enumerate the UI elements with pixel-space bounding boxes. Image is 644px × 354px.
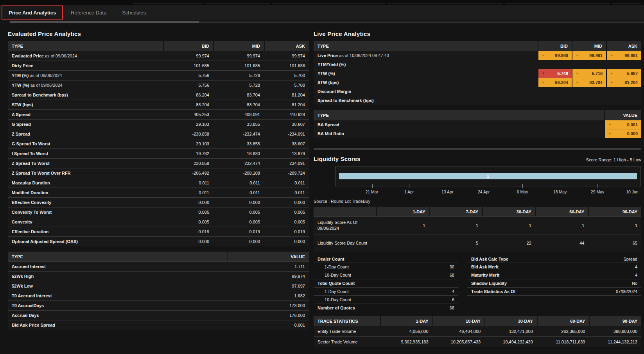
table-header: 1-DAY7-DAY30-DAY60-DAY90-DAY [314, 207, 641, 216]
row-label: STW (bps) [314, 80, 538, 85]
table-row: YTW (%) as of 09/06/20245.7565.7285.700 [8, 80, 309, 90]
column-header: 60-DAY [537, 316, 589, 326]
cell-ask: 0.011 [264, 181, 309, 185]
cell-ask: 101.686 [264, 63, 309, 68]
cell-mid: 0.005 [213, 220, 264, 224]
cell-mid: ►83.704 [572, 78, 606, 87]
column-header: 1-DAY [380, 316, 432, 326]
cell-value: 388,883,000 [589, 329, 641, 334]
cell-mid: 0.019 [213, 229, 264, 234]
evaluated-price-panel: Evaluated Price Analytics TYPEBIDMIDASKE… [8, 25, 309, 347]
row-label: G Spread [8, 122, 163, 127]
horizontal-scrollbar-thumb[interactable] [10, 21, 199, 23]
cell-mid: ►5.718 [572, 69, 606, 78]
cell-bid: 0.011 [163, 181, 213, 185]
row-label: G Spread To Worst [8, 141, 163, 146]
cell-mid: -208.108 [213, 171, 264, 175]
table-row: Bid Ask Price Spread0.001 [8, 320, 309, 330]
table-row: YTW (%)▼5.749►5.718►5.687 [314, 69, 641, 78]
cell-ask: 81.204 [264, 93, 309, 97]
table-row: Number of Quotes68 [314, 304, 458, 312]
cell-value: 44 [535, 241, 588, 245]
tab-price-and-analytics[interactable]: Price And Analytics [2, 5, 63, 20]
column-header [314, 207, 376, 216]
table-row: BA Spread►0.001 [314, 120, 641, 129]
table-row: 10-Day Count68 [314, 271, 458, 279]
table-row: Bid Ask Calc TypeSpread [467, 255, 641, 263]
cell-mid: 0.000 [213, 239, 264, 244]
table-row: Z Spread-230.858-232.474-234.091 [8, 129, 309, 139]
cell-mid: ►99.981 [572, 51, 606, 60]
table-row: A Spread-405.253-408.091-410.928 [8, 109, 309, 119]
cell-bid: -230.858 [163, 132, 213, 136]
cell-value: ►0.001 [604, 120, 641, 129]
cell-bid: 86.204 [163, 102, 213, 107]
table-row: 1-Day Count4 [314, 288, 458, 296]
row-label: YTW (%) as of 09/06/2024 [8, 83, 163, 88]
cell-value: 0.000 [627, 131, 638, 136]
row-label: 10-Day Count [318, 297, 351, 302]
row-label: Modified Duration [8, 190, 163, 195]
row-label: Bid Ask Price Spread [8, 323, 227, 327]
cell-ask: 0.019 [264, 229, 309, 234]
row-label: T0 AccrualDays [8, 303, 227, 308]
table-header: TYPEBIDMIDASK [314, 41, 641, 51]
chart-tick-mark [409, 184, 409, 188]
cell-bid: 0.005 [163, 210, 213, 215]
cell-bid: 86.204 [163, 93, 213, 97]
table-row: Liquidity Score As Of 09/06/202411111 [314, 216, 641, 234]
right-arrow-icon: ► [608, 132, 612, 135]
tab-schedules[interactable]: Schedules [114, 5, 154, 20]
cell-ask: -410.928 [264, 112, 309, 117]
column-header: 30-DAY [484, 316, 537, 326]
cell-bid: - [538, 62, 572, 67]
row-label: I Spread To Worst [8, 151, 163, 156]
cell-ask: 5.700 [264, 73, 309, 78]
table-row: YTM (%) as of 08/06/20245.7565.7285.700 [8, 70, 309, 80]
row-label: Liquidity Score As Of 09/06/2024 [314, 220, 376, 231]
row-label: Z Spread [8, 132, 163, 136]
right-arrow-icon: ► [610, 54, 614, 57]
chart-tick-mark [522, 184, 523, 188]
row-label: A Spread [8, 112, 163, 117]
top-strip-divider [612, 4, 641, 4]
table-row: Entity Trade Volume4,056,00046,404,00013… [314, 326, 641, 336]
row-label: YTW (%) [314, 71, 538, 76]
table-row: 52Wk High99.974 [8, 271, 309, 281]
column-header: ASK [606, 41, 641, 51]
horizontal-scrollbar[interactable] [314, 148, 641, 150]
cell-mid: 33.855 [213, 141, 264, 146]
row-label: Maturity Merit [471, 273, 499, 277]
table-row: Z Spread To Worst-230.858-232.474-234.09… [8, 158, 309, 168]
row-label: Effective Duration [8, 229, 163, 234]
table-row: Macaulay Duration0.0110.0110.011 [8, 178, 309, 188]
column-header: 10-DAY [432, 316, 485, 326]
chart-tick-mark [448, 184, 448, 188]
cell-ask: 0.005 [264, 220, 309, 224]
chart-tick-label: 29 May [591, 190, 604, 194]
cell-value: 5 [429, 241, 483, 245]
row-label: Trade Statistics As Of [471, 289, 515, 294]
top-strip-divider [133, 4, 203, 4]
row-label: 10-Day Count [318, 273, 351, 277]
ba-spread-table: TYPEVALUEBA Spread►0.001BA Mid Ratio►0.0… [314, 110, 641, 138]
cell-value: 1 [376, 223, 429, 228]
cell-ask: 5.700 [264, 83, 309, 88]
cell-ask: - [606, 98, 641, 103]
score-range-note: Score Range: 1 High - 5 Low [586, 157, 641, 162]
cell-value: 99.980 [555, 53, 568, 58]
cell-bid: ►86.204 [538, 78, 572, 87]
chart-tick-label: 24 Apr [478, 190, 490, 194]
tab-reference-data[interactable]: Reference Data [63, 5, 114, 20]
cell-bid: -230.858 [163, 161, 213, 166]
cell-value: 99.981 [589, 53, 603, 58]
row-label: Sector Trade Volume [314, 339, 380, 345]
cell-ask: 0.011 [264, 190, 309, 195]
cell-bid: 29.103 [163, 141, 213, 146]
column-header: 90-DAY [589, 316, 641, 326]
row-label: BA Spread [314, 122, 604, 127]
row-label: Macaulay Duration [8, 181, 163, 185]
cell-value: 46,404,000 [432, 329, 485, 334]
column-header: 90-DAY [588, 207, 641, 216]
table-row: I Spread To Worst19.78216.83013.879 [8, 148, 309, 158]
